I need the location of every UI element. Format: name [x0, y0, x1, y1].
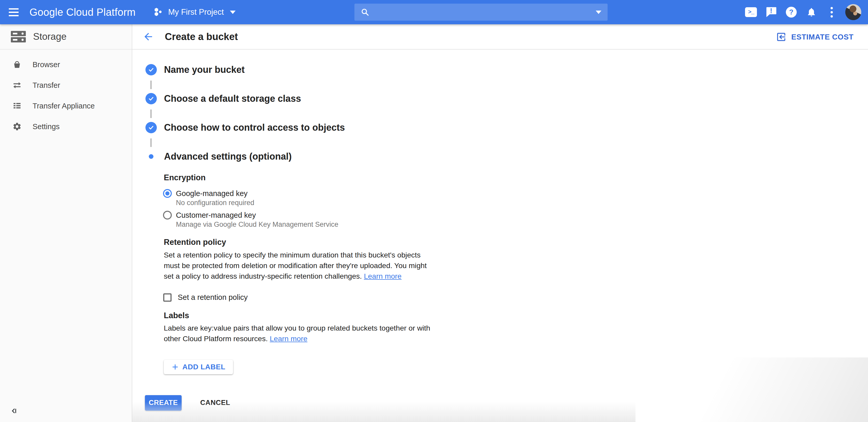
header-actions: >_ ! ? [741, 0, 861, 24]
checkbox-unchecked-icon [163, 293, 172, 302]
feedback-button[interactable]: ! [761, 0, 781, 24]
project-caret-icon [230, 10, 236, 14]
main-panel: Create a bucket ESTIMATE COST Name your … [132, 24, 868, 422]
project-hexagons-icon [153, 7, 163, 17]
radio-unselected-icon [163, 211, 172, 220]
more-options-button[interactable] [822, 0, 842, 24]
create-button[interactable]: CREATE [145, 395, 182, 411]
sidebar-nav: Browser Transfer [0, 50, 132, 137]
cloud-shell-button[interactable]: >_ [741, 0, 761, 24]
step-connector [151, 109, 151, 118]
project-name: My First Project [168, 7, 224, 17]
notifications-button[interactable] [801, 0, 822, 24]
radio-customer-managed-key[interactable]: Customer-managed key [163, 211, 256, 220]
step-complete-icon [146, 122, 157, 133]
more-vert-icon [831, 7, 833, 18]
terminal-icon: >_ [745, 7, 757, 17]
back-arrow-icon [143, 31, 154, 42]
encryption-title: Encryption [164, 173, 206, 182]
labels-learn-more-link[interactable]: Learn more [270, 334, 307, 343]
radio-google-managed-description: No configuration required [176, 199, 254, 207]
step-storage-class[interactable]: Choose a default storage class [146, 93, 301, 104]
storage-icon [10, 30, 26, 44]
bucket-icon [12, 60, 22, 69]
collapse-icon [9, 406, 19, 416]
gear-icon [12, 122, 22, 131]
add-label-button[interactable]: ADD LABEL [164, 360, 233, 374]
cancel-button[interactable]: CANCEL [194, 395, 237, 411]
sidebar-item-transfer-appliance[interactable]: Transfer Appliance [0, 96, 132, 116]
sidebar-item-settings[interactable]: Settings [0, 116, 132, 137]
plus-icon [172, 363, 179, 370]
create-bucket-form: Name your bucket Choose a default storag… [132, 50, 868, 422]
swap-arrows-icon [12, 80, 22, 90]
product-logo: Google Cloud Platform [29, 6, 135, 18]
radio-customer-managed-description: Manage via Google Cloud Key Management S… [176, 221, 338, 229]
user-avatar[interactable] [845, 4, 861, 20]
radio-google-managed-key[interactable]: Google-managed key [163, 189, 247, 198]
page-header: Create a bucket ESTIMATE COST [132, 24, 868, 50]
bell-icon [806, 7, 816, 17]
feedback-icon: ! [766, 7, 777, 18]
set-retention-policy-checkbox[interactable]: Set a retention policy [163, 293, 248, 302]
sidebar-item-transfer[interactable]: Transfer [0, 75, 132, 96]
retention-learn-more-link[interactable]: Learn more [364, 272, 402, 280]
step-connector [151, 80, 151, 89]
estimate-cost-button[interactable]: ESTIMATE COST [776, 24, 854, 50]
app-header: Google Cloud Platform My First Project >… [0, 0, 868, 24]
retention-policy-description: Set a retention policy to specify the mi… [164, 250, 551, 282]
project-selector[interactable]: My First Project [153, 7, 236, 17]
retention-policy-title: Retention policy [164, 237, 226, 247]
step-access-control[interactable]: Choose how to control access to objects [146, 122, 345, 133]
help-icon: ? [786, 7, 797, 18]
sidebar-title: Storage [33, 31, 67, 42]
sidebar-item-browser[interactable]: Browser [0, 54, 132, 75]
step-current-dot-icon [149, 154, 153, 159]
collapse-sidebar-button[interactable] [9, 406, 19, 416]
labels-title: Labels [164, 311, 189, 320]
help-button[interactable]: ? [781, 0, 801, 24]
exit-to-app-icon [776, 32, 786, 42]
form-actions: CREATE CANCEL [145, 395, 237, 411]
sidebar: Storage Browser [0, 24, 132, 422]
radio-selected-icon [163, 189, 172, 198]
estimate-cost-label: ESTIMATE COST [791, 33, 854, 41]
page-title: Create a bucket [165, 31, 238, 42]
menu-icon[interactable] [7, 4, 23, 21]
search-dropdown-caret-icon[interactable] [596, 10, 601, 14]
labels-description: Labels are key:value pairs that allow yo… [164, 323, 551, 344]
gcp-console: Google Cloud Platform My First Project >… [0, 0, 868, 422]
content-corner-fade [571, 357, 868, 422]
step-complete-icon [146, 93, 157, 104]
search-bar [354, 4, 608, 21]
appliance-list-icon [12, 101, 22, 110]
search-icon [361, 8, 369, 17]
step-complete-icon [146, 64, 157, 75]
back-button[interactable] [142, 30, 154, 43]
step-connector [151, 138, 151, 147]
step-name-your-bucket[interactable]: Name your bucket [146, 64, 245, 75]
step-advanced-settings[interactable]: Advanced settings (optional) [146, 151, 292, 162]
search-input[interactable] [374, 8, 596, 17]
sidebar-header: Storage [0, 24, 132, 50]
